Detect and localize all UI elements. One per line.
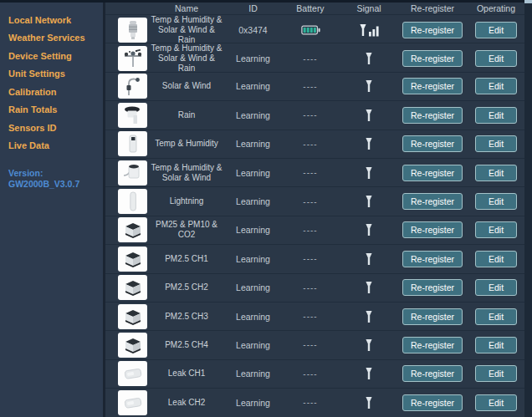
sensor-image-cell — [105, 216, 147, 244]
version-label: Version: — [8, 168, 103, 179]
sensor-image-cell — [105, 43, 147, 74]
re-register-button[interactable]: Re-register — [402, 135, 463, 152]
sensor-image-cell — [105, 130, 147, 158]
sensor-id: Learning — [226, 274, 280, 302]
rain-gauge-icon — [118, 103, 147, 128]
edit-button[interactable]: Edit — [475, 50, 517, 67]
sensor-name: Temp & Humidity — [147, 130, 226, 158]
station-6in1-icon — [118, 18, 147, 43]
re-register-button[interactable]: Re-register — [402, 337, 463, 353]
battery-dashes: ---- — [303, 54, 317, 64]
battery-dashes: ---- — [303, 168, 317, 177]
sensor-name: Temp & Humidity & Solar & Wind — [147, 159, 226, 186]
column-header-re-register: Re-register — [397, 3, 468, 13]
sensor-id: Learning — [226, 43, 280, 74]
signal-searching-icon — [364, 223, 374, 236]
battery-cell: ---- — [280, 101, 340, 129]
edit-button[interactable]: Edit — [475, 135, 517, 152]
column-header-name: Name — [147, 3, 226, 13]
re-register-button[interactable]: Re-register — [402, 279, 463, 296]
re-register-button[interactable]: Re-register — [402, 193, 463, 210]
signal-searching-icon — [364, 137, 374, 150]
sensor-name: PM2.5 CH2 — [147, 274, 226, 302]
battery-dashes: ---- — [303, 110, 317, 120]
battery-cell: ---- — [280, 216, 340, 244]
sensor-row: PM2.5 CH4 Learning ---- Re-register Edit — [105, 330, 524, 359]
edit-button[interactable]: Edit — [475, 251, 517, 267]
sensor-row: Temp & Humidity & Solar & Wind Learning … — [105, 158, 524, 186]
sensor-row: PM2.5 CH1 Learning ---- Re-register Edit — [105, 244, 524, 272]
column-header-signal: Signal — [340, 3, 397, 13]
edit-button[interactable]: Edit — [475, 308, 517, 325]
signal-searching-icon — [364, 52, 374, 65]
edit-button[interactable]: Edit — [475, 165, 517, 181]
battery-cell: ---- — [280, 389, 340, 416]
edit-button[interactable]: Edit — [475, 337, 517, 353]
sidebar-item-rain-totals[interactable]: Rain Totals — [0, 101, 103, 120]
sidebar-nav: Local NetworkWeather ServicesDevice Sett… — [0, 11, 103, 155]
re-register-button[interactable]: Re-register — [402, 107, 463, 124]
sensor-id: Learning — [226, 187, 280, 215]
sensor-name: Temp & Humidity & Solar & Wind & Rain — [147, 43, 226, 74]
scrollbar-track[interactable] — [524, 0, 532, 417]
sensor-name: Leak CH1 — [147, 360, 226, 388]
signal-searching-icon — [364, 79, 374, 93]
edit-button[interactable]: Edit — [475, 221, 517, 238]
signal-searching-icon — [364, 367, 374, 380]
sidebar-item-weather-services[interactable]: Weather Services — [0, 29, 103, 48]
sensor-row: Rain Learning ---- Re-register Edit — [105, 100, 524, 129]
battery-cell: ---- — [280, 130, 340, 158]
signal-cell — [340, 43, 397, 74]
sidebar-item-device-setting[interactable]: Device Setting — [0, 47, 103, 65]
sensor-row: PM25 & PM10 & CO2 Learning ---- Re-regis… — [105, 216, 524, 244]
sidebar-item-live-data[interactable]: Live Data — [0, 137, 103, 155]
sensor-name: Lightning — [147, 187, 226, 215]
re-register-button[interactable]: Re-register — [402, 165, 463, 181]
re-register-button[interactable]: Re-register — [402, 394, 463, 411]
edit-button[interactable]: Edit — [475, 78, 517, 94]
sensor-id: Learning — [226, 331, 280, 359]
edit-button[interactable]: Edit — [475, 193, 517, 210]
edit-button[interactable]: Edit — [475, 394, 517, 411]
sensor-name: Solar & Wind — [147, 73, 226, 100]
re-register-button[interactable]: Re-register — [402, 50, 463, 67]
re-register-button[interactable]: Re-register — [402, 22, 463, 38]
re-register-button[interactable]: Re-register — [402, 308, 463, 325]
sidebar-item-unit-settings[interactable]: Unit Settings — [0, 65, 103, 84]
battery-dashes: ---- — [303, 226, 317, 235]
re-register-button[interactable]: Re-register — [402, 78, 463, 94]
pm25-box-icon — [118, 333, 147, 358]
battery-dashes: ---- — [303, 140, 317, 149]
sensor-id: Learning — [226, 303, 280, 330]
sensor-image-cell — [105, 187, 147, 215]
battery-dashes: ---- — [303, 312, 317, 321]
re-register-button[interactable]: Re-register — [402, 365, 463, 382]
battery-dashes: ---- — [303, 254, 317, 263]
leak-sensor-icon — [118, 390, 147, 415]
sidebar-item-sensors-id[interactable]: Sensors ID — [0, 119, 103, 137]
signal-cell — [340, 15, 397, 45]
sensor-id: Learning — [226, 360, 280, 388]
sensor-row: PM2.5 CH2 Learning ---- Re-register Edit — [105, 273, 524, 302]
sidebar: Local NetworkWeather ServicesDevice Sett… — [0, 3, 103, 417]
battery-cell: ---- — [280, 159, 340, 186]
re-register-button[interactable]: Re-register — [402, 221, 463, 238]
re-register-button[interactable]: Re-register — [402, 251, 463, 267]
scrollbar-thumb[interactable] — [524, 0, 532, 3]
station-array-icon — [118, 46, 147, 71]
signal-searching-icon — [364, 396, 374, 409]
sidebar-item-local-network[interactable]: Local Network — [0, 11, 103, 29]
edit-button[interactable]: Edit — [475, 107, 517, 124]
signal-cell — [340, 130, 397, 158]
column-header-operating: Operating — [468, 3, 524, 13]
sensor-id: 0x3474 — [226, 15, 280, 45]
sidebar-item-calibration[interactable]: Calibration — [0, 83, 103, 101]
edit-button[interactable]: Edit — [475, 365, 517, 382]
air-quality-box-icon — [118, 217, 147, 242]
signal-cell — [340, 274, 397, 302]
edit-button[interactable]: Edit — [475, 279, 517, 296]
signal-searching-icon — [364, 109, 374, 122]
edit-button[interactable]: Edit — [475, 22, 517, 38]
sensor-image-cell — [105, 101, 147, 129]
sensor-row: Temp & Humidity Learning ---- Re-registe… — [105, 130, 524, 158]
